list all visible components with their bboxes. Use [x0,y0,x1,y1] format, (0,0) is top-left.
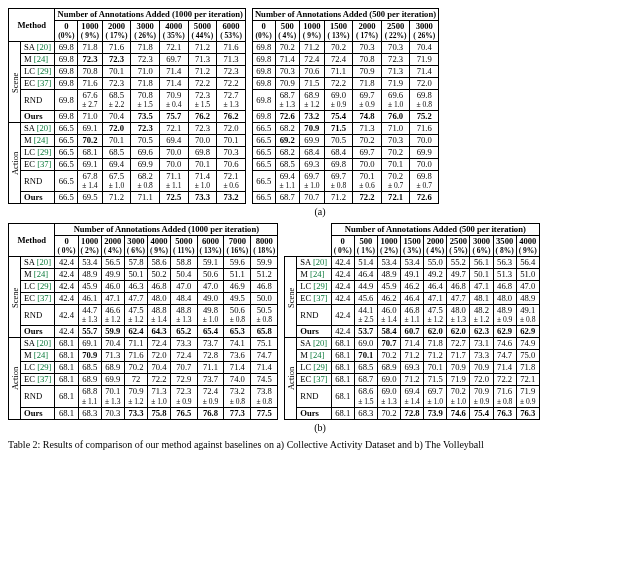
value-cell: 69.4 [102,159,131,171]
value-cell: 68.7 [354,374,377,386]
value-cell: 71.8 [131,78,160,90]
value-cell: 46.8 [251,281,278,293]
value-cell: 46.2 [401,281,424,293]
value-cell: 74.9 [516,338,539,350]
value-cell: 72.2 [147,374,170,386]
value-cell: 68.7 [275,192,300,204]
method-cell: EC [37] [21,374,55,386]
citation-link[interactable]: [24] [34,269,48,279]
value-cell: 70.2 [275,42,300,54]
value-cell: 72.7± 1.3 [217,90,246,111]
col-header: 6000( 53%) [217,21,246,42]
value-cell: 50.2 [147,269,170,281]
citation-link[interactable]: [29] [37,66,51,76]
col-header: 7000( 16%) [224,236,251,257]
value-cell: 73.3 [124,407,147,419]
citation-link[interactable]: [37] [37,374,51,384]
value-cell: 62.4 [124,326,147,338]
value-cell: 71.4 [410,66,439,78]
value-cell: 46.4 [354,269,377,281]
value-cell: 70.1 [102,66,131,78]
value-cell: 68.1 [331,374,354,386]
value-cell: 68.7± 1.3 [275,90,300,111]
value-cell: 69.9 [410,147,439,159]
value-cell: 71.0 [381,123,410,135]
value-cell: 55.0 [424,257,447,269]
value-cell: 69.3 [401,362,424,374]
method-cell: EC [37] [21,78,55,90]
citation-link[interactable]: [20] [37,123,51,133]
value-cell: 69.8 [55,42,78,54]
value-cell: 71.8 [353,78,382,90]
method-cell: EC [37] [297,374,331,386]
method-header: Method [9,9,55,42]
value-cell: 62.3 [470,326,493,338]
value-cell: 70.7 [171,362,197,374]
value-cell: 69.1 [78,338,101,350]
value-cell: 68.6± 1.5 [354,386,377,407]
value-cell: 69.8 [324,159,353,171]
annotations-header: Number of Annotations Added (1000 per it… [55,224,278,236]
citation-link[interactable]: [29] [37,147,51,157]
panel-a: MethodNumber of Annotations Added (1000 … [8,8,632,204]
citation-link[interactable]: [29] [313,281,327,291]
value-cell: 70.2 [377,407,400,419]
value-cell: 42.4 [55,281,78,293]
value-cell: 69.0 [377,374,400,386]
citation-link[interactable]: [24] [34,54,48,64]
value-cell: 68.5 [275,159,300,171]
value-cell: 68.1 [331,338,354,350]
value-cell: 46.0± 1.4 [377,305,400,326]
citation-link[interactable]: [24] [34,135,48,145]
citation-link[interactable]: [20] [37,42,51,52]
value-cell: 71.3 [353,123,382,135]
citation-link[interactable]: [24] [310,269,324,279]
value-cell: 69.8 [188,147,217,159]
value-cell: 42.4 [331,257,354,269]
value-cell: 47.5± 1.2 [124,305,147,326]
citation-link[interactable]: [37] [37,293,51,303]
panel-b: MethodNumber of Annotations Added (1000 … [8,223,632,419]
value-cell: 47.1 [424,293,447,305]
method-cell: SA [20] [297,257,331,269]
citation-link[interactable]: [29] [37,281,51,291]
value-cell: 72.3 [217,66,246,78]
value-cell: 72.6 [410,192,439,204]
value-cell: 47.7 [124,293,147,305]
citation-link[interactable]: [37] [313,293,327,303]
citation-link[interactable]: [24] [34,350,48,360]
method-cell: M [24] [21,135,55,147]
value-cell: 71.2 [188,66,217,78]
value-cell: 76.2 [188,111,217,123]
value-cell: 62.9 [516,326,539,338]
citation-link[interactable]: [29] [37,362,51,372]
value-cell: 71.2 [424,350,447,362]
value-cell: 75.2 [410,111,439,123]
value-cell: 69.3 [300,159,325,171]
value-cell: 69.8 [55,90,78,111]
citation-link[interactable]: [20] [37,338,51,348]
col-header: 5000( 44%) [188,21,217,42]
value-cell: 71.1 [324,66,353,78]
col-header: 0( 0%) [55,236,78,257]
value-cell: 68.9± 1.2 [300,90,325,111]
citation-link[interactable]: [20] [37,257,51,267]
citation-link[interactable]: [24] [310,350,324,360]
value-cell: 70.1 [188,159,217,171]
citation-link[interactable]: [20] [313,338,327,348]
citation-link[interactable]: [20] [313,257,327,267]
citation-link[interactable]: [37] [37,159,51,169]
value-cell: 70.4 [101,338,124,350]
value-cell: 70.3 [381,42,410,54]
value-cell: 70.5 [324,135,353,147]
value-cell: 70.0 [159,147,188,159]
citation-link[interactable]: [37] [37,78,51,88]
value-cell: 71.5 [324,123,353,135]
value-cell: 77.5 [251,407,278,419]
citation-link[interactable]: [37] [313,374,327,384]
value-cell: 66.5 [55,192,78,204]
value-cell: 71.4 [159,78,188,90]
value-cell: 72.3 [188,123,217,135]
col-header: 4000( 35%) [159,21,188,42]
citation-link[interactable]: [29] [313,362,327,372]
